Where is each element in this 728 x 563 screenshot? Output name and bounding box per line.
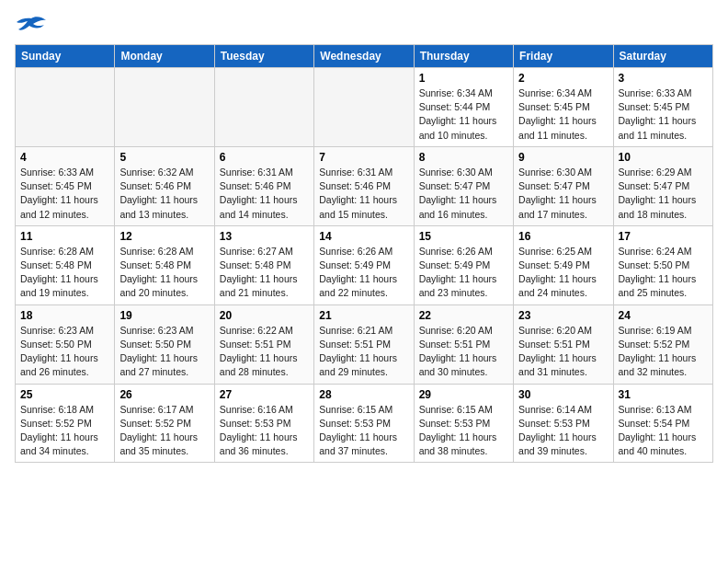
calendar-week-row: 18Sunrise: 6:23 AM Sunset: 5:50 PM Dayli…: [16, 304, 713, 384]
calendar-header-tuesday: Tuesday: [214, 45, 313, 68]
day-info: Sunrise: 6:29 AM Sunset: 5:47 PM Dayligh…: [619, 166, 708, 222]
day-info: Sunrise: 6:34 AM Sunset: 5:45 PM Dayligh…: [518, 86, 608, 143]
day-info: Sunrise: 6:15 AM Sunset: 5:53 PM Dayligh…: [319, 403, 408, 459]
calendar-cell: 2Sunrise: 6:34 AM Sunset: 5:45 PM Daylig…: [514, 68, 613, 147]
calendar-cell: 29Sunrise: 6:15 AM Sunset: 5:53 PM Dayli…: [414, 384, 513, 463]
day-number: 20: [220, 309, 309, 322]
day-number: 3: [619, 72, 708, 85]
calendar-cell: 18Sunrise: 6:23 AM Sunset: 5:50 PM Dayli…: [16, 304, 115, 384]
day-info: Sunrise: 6:33 AM Sunset: 5:45 PM Dayligh…: [20, 166, 109, 222]
day-number: 17: [619, 230, 708, 243]
page-header: [15, 15, 713, 37]
calendar-header-row: SundayMondayTuesdayWednesdayThursdayFrid…: [16, 45, 713, 68]
day-number: 22: [419, 309, 508, 322]
calendar-table: SundayMondayTuesdayWednesdayThursdayFrid…: [15, 44, 713, 463]
calendar-cell: 19Sunrise: 6:23 AM Sunset: 5:50 PM Dayli…: [115, 304, 214, 384]
day-info: Sunrise: 6:34 AM Sunset: 5:44 PM Dayligh…: [419, 86, 508, 143]
calendar-cell: 14Sunrise: 6:26 AM Sunset: 5:49 PM Dayli…: [314, 225, 414, 304]
calendar-cell: 13Sunrise: 6:27 AM Sunset: 5:48 PM Dayli…: [214, 225, 313, 304]
day-info: Sunrise: 6:28 AM Sunset: 5:48 PM Dayligh…: [20, 245, 109, 301]
calendar-cell: [16, 68, 115, 147]
calendar-cell: 6Sunrise: 6:31 AM Sunset: 5:46 PM Daylig…: [214, 146, 313, 225]
day-number: 8: [419, 151, 508, 164]
calendar-cell: 23Sunrise: 6:20 AM Sunset: 5:51 PM Dayli…: [514, 304, 613, 384]
calendar-cell: 26Sunrise: 6:17 AM Sunset: 5:52 PM Dayli…: [115, 384, 214, 463]
day-info: Sunrise: 6:26 AM Sunset: 5:49 PM Dayligh…: [319, 245, 408, 301]
day-number: 11: [20, 230, 109, 243]
day-info: Sunrise: 6:23 AM Sunset: 5:50 PM Dayligh…: [119, 324, 209, 380]
calendar-cell: 3Sunrise: 6:33 AM Sunset: 5:45 PM Daylig…: [613, 68, 712, 147]
calendar-cell: 12Sunrise: 6:28 AM Sunset: 5:48 PM Dayli…: [115, 225, 214, 304]
calendar-week-row: 25Sunrise: 6:18 AM Sunset: 5:52 PM Dayli…: [16, 384, 713, 463]
day-number: 1: [419, 72, 508, 85]
day-info: Sunrise: 6:13 AM Sunset: 5:54 PM Dayligh…: [619, 403, 708, 459]
calendar-cell: 1Sunrise: 6:34 AM Sunset: 5:44 PM Daylig…: [414, 68, 513, 147]
day-info: Sunrise: 6:24 AM Sunset: 5:50 PM Dayligh…: [619, 245, 708, 301]
calendar-cell: 27Sunrise: 6:16 AM Sunset: 5:53 PM Dayli…: [214, 384, 313, 463]
day-number: 24: [619, 309, 708, 322]
day-number: 19: [119, 309, 209, 322]
day-number: 30: [518, 388, 608, 401]
day-number: 28: [319, 388, 408, 401]
day-number: 2: [518, 72, 608, 85]
calendar-header-thursday: Thursday: [414, 45, 513, 68]
day-number: 26: [119, 388, 209, 401]
calendar-cell: 24Sunrise: 6:19 AM Sunset: 5:52 PM Dayli…: [613, 304, 712, 384]
calendar-cell: 25Sunrise: 6:18 AM Sunset: 5:52 PM Dayli…: [16, 384, 115, 463]
calendar-cell: 20Sunrise: 6:22 AM Sunset: 5:51 PM Dayli…: [214, 304, 313, 384]
day-number: 27: [220, 388, 309, 401]
day-number: 21: [319, 309, 408, 322]
day-info: Sunrise: 6:14 AM Sunset: 5:53 PM Dayligh…: [518, 403, 608, 459]
day-number: 25: [20, 388, 109, 401]
day-info: Sunrise: 6:20 AM Sunset: 5:51 PM Dayligh…: [518, 324, 608, 380]
day-info: Sunrise: 6:30 AM Sunset: 5:47 PM Dayligh…: [419, 166, 508, 222]
calendar-week-row: 4Sunrise: 6:33 AM Sunset: 5:45 PM Daylig…: [16, 146, 713, 225]
calendar-header-saturday: Saturday: [613, 45, 712, 68]
day-info: Sunrise: 6:20 AM Sunset: 5:51 PM Dayligh…: [419, 324, 508, 380]
day-info: Sunrise: 6:31 AM Sunset: 5:46 PM Dayligh…: [220, 166, 309, 222]
day-number: 7: [319, 151, 408, 164]
logo-icon: [15, 15, 48, 37]
day-number: 5: [119, 151, 209, 164]
day-number: 16: [518, 230, 608, 243]
calendar-cell: [214, 68, 313, 147]
calendar-cell: 21Sunrise: 6:21 AM Sunset: 5:51 PM Dayli…: [314, 304, 414, 384]
calendar-cell: 30Sunrise: 6:14 AM Sunset: 5:53 PM Dayli…: [514, 384, 613, 463]
calendar-cell: 10Sunrise: 6:29 AM Sunset: 5:47 PM Dayli…: [613, 146, 712, 225]
calendar-cell: 5Sunrise: 6:32 AM Sunset: 5:46 PM Daylig…: [115, 146, 214, 225]
calendar-cell: 16Sunrise: 6:25 AM Sunset: 5:49 PM Dayli…: [514, 225, 613, 304]
day-number: 13: [220, 230, 309, 243]
day-number: 15: [419, 230, 508, 243]
day-number: 10: [619, 151, 708, 164]
day-info: Sunrise: 6:31 AM Sunset: 5:46 PM Dayligh…: [319, 166, 408, 222]
calendar-header-monday: Monday: [115, 45, 214, 68]
day-number: 14: [319, 230, 408, 243]
calendar-header-wednesday: Wednesday: [314, 45, 414, 68]
day-info: Sunrise: 6:25 AM Sunset: 5:49 PM Dayligh…: [518, 245, 608, 301]
day-number: 9: [518, 151, 608, 164]
calendar-week-row: 1Sunrise: 6:34 AM Sunset: 5:44 PM Daylig…: [16, 68, 713, 147]
calendar-cell: 4Sunrise: 6:33 AM Sunset: 5:45 PM Daylig…: [16, 146, 115, 225]
day-info: Sunrise: 6:22 AM Sunset: 5:51 PM Dayligh…: [220, 324, 309, 380]
day-info: Sunrise: 6:19 AM Sunset: 5:52 PM Dayligh…: [619, 324, 708, 380]
day-number: 12: [119, 230, 209, 243]
day-number: 29: [419, 388, 508, 401]
day-info: Sunrise: 6:27 AM Sunset: 5:48 PM Dayligh…: [220, 245, 309, 301]
day-number: 4: [20, 151, 109, 164]
day-number: 18: [20, 309, 109, 322]
day-info: Sunrise: 6:17 AM Sunset: 5:52 PM Dayligh…: [119, 403, 209, 459]
calendar-cell: 11Sunrise: 6:28 AM Sunset: 5:48 PM Dayli…: [16, 225, 115, 304]
calendar-header-friday: Friday: [514, 45, 613, 68]
calendar-header-sunday: Sunday: [16, 45, 115, 68]
calendar-cell: 7Sunrise: 6:31 AM Sunset: 5:46 PM Daylig…: [314, 146, 414, 225]
day-number: 31: [619, 388, 708, 401]
calendar-cell: [314, 68, 414, 147]
day-info: Sunrise: 6:33 AM Sunset: 5:45 PM Dayligh…: [619, 86, 708, 143]
day-info: Sunrise: 6:30 AM Sunset: 5:47 PM Dayligh…: [518, 166, 608, 222]
calendar-cell: 22Sunrise: 6:20 AM Sunset: 5:51 PM Dayli…: [414, 304, 513, 384]
calendar-cell: [115, 68, 214, 147]
calendar-cell: 9Sunrise: 6:30 AM Sunset: 5:47 PM Daylig…: [514, 146, 613, 225]
day-info: Sunrise: 6:15 AM Sunset: 5:53 PM Dayligh…: [419, 403, 508, 459]
calendar-cell: 28Sunrise: 6:15 AM Sunset: 5:53 PM Dayli…: [314, 384, 414, 463]
calendar-cell: 8Sunrise: 6:30 AM Sunset: 5:47 PM Daylig…: [414, 146, 513, 225]
